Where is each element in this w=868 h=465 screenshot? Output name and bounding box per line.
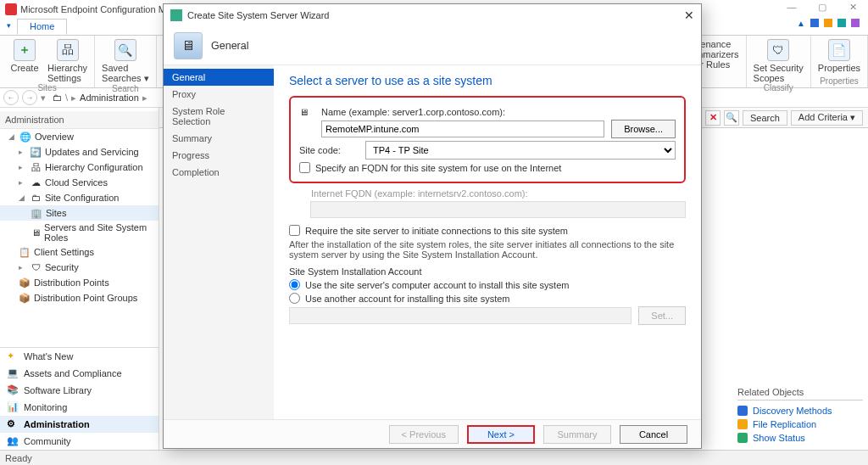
step-system-role[interactable]: System Role Selection [164,103,274,130]
require-checkbox-row[interactable]: Require the site server to initiate conn… [289,225,686,236]
tree-updates[interactable]: ▸🔄Updates and Servicing [0,144,159,160]
site-code-label: Site code: [299,145,359,155]
search-icon[interactable]: 🔍 [724,110,739,126]
back-button[interactable]: ← [3,90,19,105]
link-file-replication[interactable]: File Replication [737,417,863,431]
dialog-header: 🖥 General [164,26,701,65]
tree-client-settings[interactable]: 📋Client Settings [0,244,159,260]
radio2[interactable] [289,293,300,304]
step-summary[interactable]: Summary [164,130,274,147]
status-bar: Ready [0,450,868,465]
require-checkbox[interactable] [289,225,300,236]
tree-hierarchy-config[interactable]: ▸品Hierarchy Configuration [0,160,159,175]
dialog-title: Create Site System Server Wizard [187,10,330,20]
radio1[interactable] [289,279,300,290]
properties-button[interactable]: 📄 Properties [818,39,860,73]
create-label: Create [10,63,38,73]
tree-overview[interactable]: ◢🌐Overview [0,129,159,144]
group-label-properties: Properties [818,76,860,86]
properties-label: Properties [818,63,860,73]
name-field[interactable] [321,120,604,137]
minimize-button[interactable]: — [780,2,804,13]
tree-distribution-points[interactable]: 📦Distribution Points [0,275,159,290]
close-button[interactable]: ✕ [841,2,865,13]
hierarchy-icon: 品 [57,39,79,61]
window-buttons: — ▢ ✕ [780,2,865,13]
path-root-icon[interactable]: 🗀 [53,92,62,103]
nav-header: Administration [0,111,159,129]
search-label: Search [743,110,787,126]
up-arrow-icon[interactable]: ▲ [797,19,805,28]
wizard-dialog: Create Site System Server Wizard ✕ 🖥 Gen… [163,3,702,449]
next-button[interactable]: Next > [467,425,535,444]
chevron-down-icon[interactable]: ▾ [41,92,46,104]
group-label-classify: Classify [754,83,804,92]
chevron-right-icon: ▸ [142,92,147,104]
tree-servers-roles[interactable]: 🖥Servers and Site System Roles [0,221,159,244]
wunder-administration[interactable]: ⚙Administration [0,416,159,433]
forward-button[interactable]: → [22,90,37,105]
tree-security[interactable]: ▸🛡Security [0,260,159,275]
wunder-community[interactable]: 👥Community [0,433,159,450]
tree-site-config[interactable]: ◢🗀Site Configuration [0,190,159,205]
tab-home[interactable]: Home [17,19,67,35]
group-label-sites: Sites [7,83,87,92]
hierarchy-label: Hierarchy Settings [47,63,87,83]
flag-icon[interactable] [824,19,832,27]
highlighted-fields: 🖥 Name (example: server1.corp.contoso.co… [289,96,686,183]
setsec-label: Set Security Scopes [754,63,804,83]
ribbon-menu-arrow[interactable]: ▾ [0,19,17,35]
breadcrumb-segment[interactable]: Administration [80,92,139,103]
wunder-assets[interactable]: 💻Assets and Compliance [0,365,159,382]
tree-distribution-point-groups[interactable]: 📦Distribution Point Groups [0,290,159,305]
maximize-button[interactable]: ▢ [810,2,834,13]
tree-cloud-services[interactable]: ▸☁Cloud Services [0,175,159,190]
fqdn-checkbox[interactable] [299,162,310,173]
add-criteria-button[interactable]: Add Criteria ▾ [791,110,863,126]
chevron-right-icon: \ [65,92,68,103]
saved-searches-label: Saved Searches ▾ [102,63,149,84]
create-button[interactable]: ＋ Create [7,39,42,83]
discovery-icon [737,406,748,416]
account-field [289,307,632,324]
hierarchy-settings-button[interactable]: 品 Hierarchy Settings [47,39,87,83]
shield-icon: 🛡 [767,39,789,61]
cancel-button[interactable]: Cancel [620,425,687,444]
wunder-monitoring[interactable]: 📊Monitoring [0,399,159,416]
step-progress[interactable]: Progress [164,147,274,164]
previous-button: < Previous [389,425,459,444]
status-text: Ready [5,453,32,463]
app-icon [5,3,17,15]
tree-sites[interactable]: 🏢Sites [0,205,159,221]
set-security-scopes-button[interactable]: 🛡 Set Security Scopes [754,39,804,83]
site-code-select[interactable]: TP4 - TP Site [365,141,676,160]
nav-panel: Administration ◢🌐Overview ▸🔄Updates and … [0,108,159,450]
wunderbar: ✦What's New 💻Assets and Compliance 📚Soft… [0,347,159,450]
browse-button[interactable]: Browse... [611,120,676,138]
step-completion[interactable]: Completion [164,164,274,181]
summary-button: Summary [543,425,611,444]
radio-use-other-account[interactable]: Use another account for installing this … [289,293,686,304]
window-flags: ▲ [797,19,860,28]
flag-icon[interactable] [810,19,819,27]
flag-icon[interactable] [837,19,846,27]
related-objects-panel: Related Objects Discovery Methods File R… [732,382,868,450]
dialog-title-bar[interactable]: Create Site System Server Wizard ✕ [164,4,701,26]
step-proxy[interactable]: Proxy [164,86,274,103]
radio1-label: Use the site server's computer account t… [305,280,569,290]
link-discovery-methods[interactable]: Discovery Methods [737,404,863,417]
internet-fqdn-label: Internet FQDN (example: internetsrv2.con… [311,188,528,199]
wunder-whats-new[interactable]: ✦What's New [0,348,159,365]
close-icon[interactable]: ✕ [684,8,694,22]
wunder-software[interactable]: 📚Software Library [0,382,159,399]
dialog-content: Select a server to use as a site system … [274,65,701,419]
fqdn-checkbox-row[interactable]: Specify an FQDN for this site system for… [299,162,676,173]
dialog-header-text: General [211,40,248,52]
link-show-status[interactable]: Show Status [737,431,863,445]
step-general[interactable]: General [164,69,274,86]
server-small-icon: 🖥 [299,107,314,117]
radio-use-server-account[interactable]: Use the site server's computer account t… [289,279,686,290]
flag-icon[interactable] [851,19,860,27]
saved-searches-button[interactable]: 🔍 Saved Searches ▾ [102,39,149,84]
clear-search-button[interactable]: ✕ [705,110,721,126]
